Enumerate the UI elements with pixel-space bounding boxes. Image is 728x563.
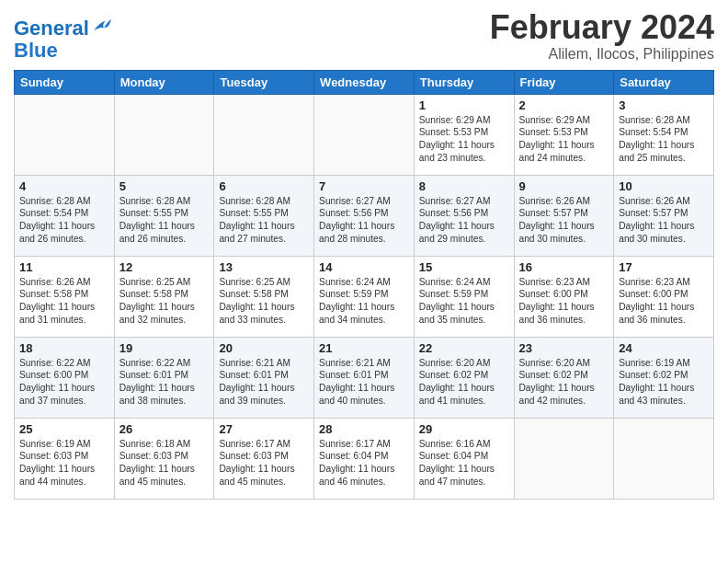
- calendar-cell: [15, 94, 115, 175]
- calendar-cell: 19Sunrise: 6:22 AM Sunset: 6:01 PM Dayli…: [114, 337, 214, 418]
- day-number: 22: [419, 341, 509, 355]
- cell-info: Sunrise: 6:28 AM Sunset: 5:55 PM Dayligh…: [119, 195, 210, 246]
- calendar-cell: [114, 94, 214, 175]
- cell-info: Sunrise: 6:26 AM Sunset: 5:57 PM Dayligh…: [519, 195, 609, 246]
- calendar-cell: 17Sunrise: 6:23 AM Sunset: 6:00 PM Dayli…: [614, 256, 714, 337]
- day-number: 5: [119, 179, 210, 193]
- day-number: 27: [219, 422, 309, 436]
- weekday-header-row: SundayMondayTuesdayWednesdayThursdayFrid…: [15, 70, 714, 94]
- day-number: 19: [119, 341, 210, 355]
- logo-blue: Blue: [14, 40, 111, 62]
- cell-info: Sunrise: 6:23 AM Sunset: 6:00 PM Dayligh…: [619, 276, 709, 327]
- cell-info: Sunrise: 6:29 AM Sunset: 5:53 PM Dayligh…: [519, 114, 609, 165]
- cell-info: Sunrise: 6:20 AM Sunset: 6:02 PM Dayligh…: [519, 357, 609, 408]
- calendar-cell: 28Sunrise: 6:17 AM Sunset: 6:04 PM Dayli…: [314, 418, 415, 499]
- cell-info: Sunrise: 6:21 AM Sunset: 6:01 PM Dayligh…: [319, 357, 409, 408]
- day-number: 17: [619, 260, 709, 274]
- day-number: 13: [219, 260, 309, 274]
- logo: General Blue: [14, 17, 111, 62]
- cell-info: Sunrise: 6:28 AM Sunset: 5:54 PM Dayligh…: [619, 114, 709, 165]
- calendar-cell: 16Sunrise: 6:23 AM Sunset: 6:00 PM Dayli…: [514, 256, 614, 337]
- day-number: 18: [19, 341, 109, 355]
- day-number: 16: [519, 260, 609, 274]
- calendar-cell: 24Sunrise: 6:19 AM Sunset: 6:02 PM Dayli…: [614, 337, 714, 418]
- cell-info: Sunrise: 6:26 AM Sunset: 5:58 PM Dayligh…: [19, 276, 109, 327]
- cell-info: Sunrise: 6:17 AM Sunset: 6:03 PM Dayligh…: [219, 438, 309, 488]
- calendar-cell: 21Sunrise: 6:21 AM Sunset: 6:01 PM Dayli…: [314, 337, 415, 418]
- day-number: 12: [119, 260, 210, 274]
- cell-info: Sunrise: 6:26 AM Sunset: 5:57 PM Dayligh…: [619, 195, 709, 246]
- cell-info: Sunrise: 6:18 AM Sunset: 6:03 PM Dayligh…: [119, 438, 210, 488]
- calendar-cell: 8Sunrise: 6:27 AM Sunset: 5:56 PM Daylig…: [414, 175, 514, 256]
- cell-info: Sunrise: 6:19 AM Sunset: 6:03 PM Dayligh…: [19, 438, 109, 488]
- weekday-header-friday: Friday: [514, 70, 614, 94]
- day-number: 21: [319, 341, 409, 355]
- calendar-cell: [514, 418, 614, 499]
- day-number: 6: [219, 179, 309, 193]
- weekday-header-saturday: Saturday: [614, 70, 714, 94]
- calendar-cell: 23Sunrise: 6:20 AM Sunset: 6:02 PM Dayli…: [514, 337, 614, 418]
- cell-info: Sunrise: 6:24 AM Sunset: 5:59 PM Dayligh…: [319, 276, 409, 327]
- cell-info: Sunrise: 6:22 AM Sunset: 6:00 PM Dayligh…: [19, 357, 109, 408]
- calendar-week-row: 18Sunrise: 6:22 AM Sunset: 6:00 PM Dayli…: [15, 337, 714, 418]
- weekday-header-sunday: Sunday: [15, 70, 115, 94]
- logo-general: General: [14, 17, 89, 40]
- day-number: 25: [19, 422, 109, 436]
- calendar-cell: [314, 94, 415, 175]
- calendar-cell: 26Sunrise: 6:18 AM Sunset: 6:03 PM Dayli…: [114, 418, 214, 499]
- calendar-cell: 3Sunrise: 6:28 AM Sunset: 5:54 PM Daylig…: [614, 94, 714, 175]
- page-header: General Blue February 2024 Alilem, Iloco…: [14, 9, 714, 63]
- weekday-header-thursday: Thursday: [414, 70, 514, 94]
- cell-info: Sunrise: 6:27 AM Sunset: 5:56 PM Dayligh…: [419, 195, 509, 246]
- day-number: 11: [19, 260, 109, 274]
- weekday-header-tuesday: Tuesday: [214, 70, 314, 94]
- day-number: 10: [619, 179, 709, 193]
- cell-info: Sunrise: 6:22 AM Sunset: 6:01 PM Dayligh…: [119, 357, 210, 408]
- calendar-cell: 6Sunrise: 6:28 AM Sunset: 5:55 PM Daylig…: [214, 175, 314, 256]
- day-number: 28: [319, 422, 409, 436]
- cell-info: Sunrise: 6:17 AM Sunset: 6:04 PM Dayligh…: [319, 438, 409, 488]
- calendar-week-row: 11Sunrise: 6:26 AM Sunset: 5:58 PM Dayli…: [15, 256, 714, 337]
- calendar-cell: 14Sunrise: 6:24 AM Sunset: 5:59 PM Dayli…: [314, 256, 415, 337]
- day-number: 26: [119, 422, 210, 436]
- weekday-header-wednesday: Wednesday: [314, 70, 415, 94]
- cell-info: Sunrise: 6:28 AM Sunset: 5:55 PM Dayligh…: [219, 195, 309, 246]
- day-number: 8: [419, 179, 509, 193]
- cell-info: Sunrise: 6:25 AM Sunset: 5:58 PM Dayligh…: [119, 276, 210, 327]
- calendar-week-row: 4Sunrise: 6:28 AM Sunset: 5:54 PM Daylig…: [15, 175, 714, 256]
- day-number: 15: [419, 260, 509, 274]
- logo-text: General: [14, 17, 111, 40]
- calendar-cell: 29Sunrise: 6:16 AM Sunset: 6:04 PM Dayli…: [414, 418, 514, 499]
- calendar-cell: [614, 418, 714, 499]
- location-title: Alilem, Ilocos, Philippines: [490, 46, 714, 63]
- day-number: 14: [319, 260, 409, 274]
- logo-bird-icon: [91, 17, 111, 35]
- calendar-cell: 15Sunrise: 6:24 AM Sunset: 5:59 PM Dayli…: [414, 256, 514, 337]
- calendar-cell: 5Sunrise: 6:28 AM Sunset: 5:55 PM Daylig…: [114, 175, 214, 256]
- cell-info: Sunrise: 6:16 AM Sunset: 6:04 PM Dayligh…: [419, 438, 509, 488]
- day-number: 24: [619, 341, 709, 355]
- cell-info: Sunrise: 6:24 AM Sunset: 5:59 PM Dayligh…: [419, 276, 509, 327]
- day-number: 23: [519, 341, 609, 355]
- cell-info: Sunrise: 6:27 AM Sunset: 5:56 PM Dayligh…: [319, 195, 409, 246]
- cell-info: Sunrise: 6:25 AM Sunset: 5:58 PM Dayligh…: [219, 276, 309, 327]
- calendar-cell: 22Sunrise: 6:20 AM Sunset: 6:02 PM Dayli…: [414, 337, 514, 418]
- cell-info: Sunrise: 6:28 AM Sunset: 5:54 PM Dayligh…: [19, 195, 109, 246]
- calendar-cell: 2Sunrise: 6:29 AM Sunset: 5:53 PM Daylig…: [514, 94, 614, 175]
- cell-info: Sunrise: 6:19 AM Sunset: 6:02 PM Dayligh…: [619, 357, 709, 408]
- day-number: 4: [19, 179, 109, 193]
- calendar-cell: 27Sunrise: 6:17 AM Sunset: 6:03 PM Dayli…: [214, 418, 314, 499]
- title-section: February 2024 Alilem, Ilocos, Philippine…: [490, 9, 714, 63]
- calendar-table: SundayMondayTuesdayWednesdayThursdayFrid…: [14, 70, 714, 500]
- calendar-cell: 20Sunrise: 6:21 AM Sunset: 6:01 PM Dayli…: [214, 337, 314, 418]
- cell-info: Sunrise: 6:23 AM Sunset: 6:00 PM Dayligh…: [519, 276, 609, 327]
- day-number: 20: [219, 341, 309, 355]
- month-title: February 2024: [490, 9, 714, 46]
- day-number: 9: [519, 179, 609, 193]
- calendar-cell: 4Sunrise: 6:28 AM Sunset: 5:54 PM Daylig…: [15, 175, 115, 256]
- calendar-cell: 18Sunrise: 6:22 AM Sunset: 6:00 PM Dayli…: [15, 337, 115, 418]
- day-number: 7: [319, 179, 409, 193]
- calendar-cell: 7Sunrise: 6:27 AM Sunset: 5:56 PM Daylig…: [314, 175, 415, 256]
- calendar-cell: 11Sunrise: 6:26 AM Sunset: 5:58 PM Dayli…: [15, 256, 115, 337]
- calendar-cell: 13Sunrise: 6:25 AM Sunset: 5:58 PM Dayli…: [214, 256, 314, 337]
